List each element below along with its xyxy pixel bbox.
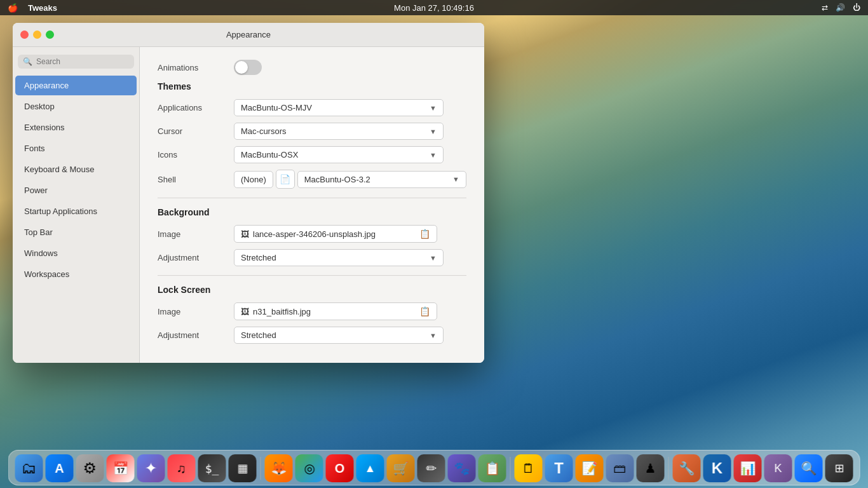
dock-icon-zoom[interactable]: 🔍 (795, 454, 823, 482)
dock-icon-grid[interactable]: ⊞ (825, 454, 853, 482)
dock-icon-chess[interactable]: ♟ (637, 454, 665, 482)
dock-icon-calendar[interactable]: 📅 (107, 454, 135, 482)
ls-image-filename: n31_baitfish.jpg (253, 307, 311, 316)
systemprefs-icon: ⚙ (83, 459, 97, 477)
bg-image-field[interactable]: 🖼 lance-asper-346206-unsplash.jpg 📋 (234, 225, 437, 243)
volume-icon[interactable]: 🔊 (836, 3, 845, 12)
dock-icon-chrome[interactable]: ◎ (295, 454, 323, 482)
divider-2 (158, 275, 466, 276)
kt-icon: K (712, 459, 722, 477)
ls-adjustment-value: Stretched (241, 330, 276, 340)
sidebar-item-windows[interactable]: Windows (15, 243, 137, 263)
dock-icon-kde[interactable]: K (764, 454, 792, 482)
dock-icon-kt[interactable]: K (703, 454, 731, 482)
dock-icon-sticky[interactable]: 📝 (576, 454, 604, 482)
dock-icon-dconf[interactable]: 🔧 (673, 454, 701, 482)
dock-icon-inkscape[interactable]: ✏ (417, 454, 445, 482)
bg-image-row: Image 🖼 lance-asper-346206-unsplash.jpg … (158, 225, 466, 243)
menu-bar-center: Mon Jan 27, 10:49:16 (394, 3, 474, 13)
bg-image-copy-button[interactable]: 📋 (419, 229, 430, 239)
applications-label: Applications (158, 103, 234, 112)
dock-icon-clip[interactable]: 📋 (478, 454, 506, 482)
dock-icon-launchpad[interactable]: ✦ (137, 454, 165, 482)
search-input[interactable] (36, 57, 129, 66)
chart-icon: 📊 (740, 461, 756, 476)
ls-image-icon: 🖼 (241, 307, 249, 316)
dock-icon-music[interactable]: ♫ (168, 454, 196, 482)
sidebar-item-fonts[interactable]: Fonts (15, 139, 137, 158)
basket-icon: 🛒 (393, 461, 409, 476)
ls-adjustment-label: Adjustment (158, 330, 234, 340)
window-maximize-button[interactable] (46, 30, 54, 39)
animations-toggle[interactable] (234, 60, 262, 75)
dock-icon-systemprefs[interactable]: ⚙ (76, 454, 104, 482)
toggle-knob (235, 61, 248, 74)
shell-dropdown[interactable]: MacBuntu-OS-3.2 ▼ (297, 171, 466, 188)
back-icon[interactable]: ⇄ (822, 3, 828, 12)
sidebar-item-extensions[interactable]: Extensions (15, 118, 137, 137)
cursor-label: Cursor (158, 126, 234, 136)
sidebar-item-power[interactable]: Power (15, 180, 137, 200)
animations-row: Animations (158, 60, 466, 75)
background-heading: Background (158, 207, 466, 217)
ls-image-label: Image (158, 307, 234, 316)
sidebar-search-box[interactable]: 🔍 (18, 55, 134, 69)
ls-image-field[interactable]: 🖼 n31_baitfish.jpg 📋 (234, 302, 437, 320)
applications-dropdown-arrow: ▼ (430, 104, 437, 112)
sidebar-item-workspaces[interactable]: Workspaces (15, 264, 137, 284)
dock-icon-files[interactable]: 🗃 (606, 454, 634, 482)
shell-file-icon-button[interactable]: 📄 (276, 170, 295, 189)
sidebar-item-top-bar[interactable]: Top Bar (15, 222, 137, 242)
music-icon: ♫ (177, 461, 186, 476)
dock-icon-opera[interactable]: O (326, 454, 354, 482)
search-icon: 🔍 (23, 57, 32, 66)
window-titlebar: Appearance (13, 23, 484, 47)
bsb-icon: ▲ (365, 462, 376, 475)
shell-file-icon: 📄 (280, 174, 290, 184)
dock-icon-finder[interactable]: 🗂 (15, 454, 43, 482)
window-close-button[interactable] (20, 30, 29, 39)
dock-icon-monitor[interactable]: ▦ (229, 454, 257, 482)
bg-adjustment-value: Stretched (241, 253, 276, 262)
dock-icon-gimp[interactable]: 🐾 (448, 454, 476, 482)
dock-icon-bsb[interactable]: ▲ (356, 454, 384, 482)
apple-menu-icon[interactable]: 🍎 (8, 3, 18, 13)
terminal-icon: $_ (205, 462, 219, 475)
ls-adjustment-dropdown[interactable]: Stretched ▼ (234, 327, 444, 344)
sidebar-item-keyboard-mouse[interactable]: Keyboard & Mouse (15, 159, 137, 179)
shell-dropdown-arrow: ▼ (452, 175, 459, 183)
applications-dropdown[interactable]: MacBuntu-OS-MJV ▼ (234, 99, 444, 116)
monitor-icon: ▦ (237, 461, 248, 475)
launchpad-icon: ✦ (145, 459, 158, 477)
sidebar-item-startup-applications[interactable]: Startup Applications (15, 201, 137, 221)
ls-image-copy-button[interactable]: 📋 (419, 306, 430, 316)
files-icon: 🗃 (614, 461, 627, 476)
dock-icon-text[interactable]: T (545, 454, 573, 482)
window-minimize-button[interactable] (33, 30, 41, 39)
dock-icon-notes[interactable]: 🗒 (515, 454, 543, 482)
bg-adjustment-row: Adjustment Stretched ▼ (158, 249, 466, 266)
bg-adjustment-dropdown[interactable]: Stretched ▼ (234, 249, 444, 266)
cursor-dropdown-arrow: ▼ (430, 128, 437, 135)
dock-icon-firefox[interactable]: 🦊 (265, 454, 293, 482)
bg-image-filename: lance-asper-346206-unsplash.jpg (253, 229, 376, 239)
cursor-dropdown[interactable]: Mac-cursors ▼ (234, 123, 444, 140)
sidebar-item-desktop[interactable]: Desktop (15, 97, 137, 116)
applications-value: MacBuntu-OS-MJV (241, 103, 312, 112)
dock-icon-chart[interactable]: 📊 (734, 454, 762, 482)
icons-dropdown[interactable]: MacBuntu-OSX ▼ (234, 146, 444, 163)
ls-image-field-left: 🖼 n31_baitfish.jpg (241, 307, 311, 316)
app-name-menu[interactable]: Tweaks (28, 3, 57, 13)
power-icon[interactable]: ⏻ (853, 3, 860, 12)
dock-icon-terminal[interactable]: $_ (198, 454, 226, 482)
dock-icon-appstore[interactable]: A (46, 454, 74, 482)
dock-separator-1 (261, 457, 261, 480)
shell-none-button[interactable]: (None) (234, 171, 273, 188)
dock-icon-basket[interactable]: 🛒 (387, 454, 415, 482)
applications-row: Applications MacBuntu-OS-MJV ▼ (158, 99, 466, 116)
window-controls (20, 30, 54, 39)
shell-none-text: (None) (241, 175, 266, 184)
sidebar: 🔍 Appearance Desktop Extensions Fonts Ke… (13, 47, 140, 363)
finder-icon: 🗂 (22, 459, 37, 477)
sidebar-item-appearance[interactable]: Appearance (15, 76, 137, 95)
